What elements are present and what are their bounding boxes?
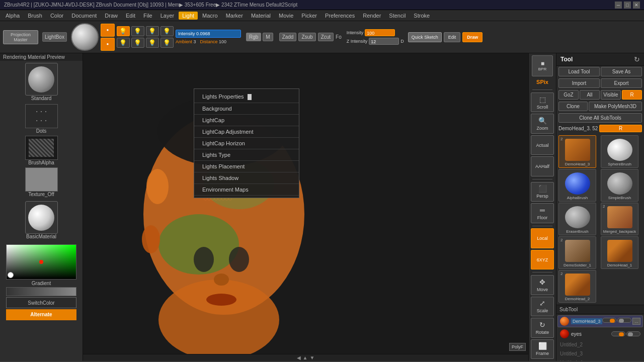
zsub-btn[interactable]: Zsub (298, 33, 315, 41)
r-btn[interactable]: R (622, 90, 642, 100)
menu-macro[interactable]: Macro (199, 12, 221, 20)
zoom-btn[interactable]: 🔍 Zoom (531, 114, 554, 133)
menu-alpha[interactable]: Alpha (2, 12, 23, 20)
switch-color-btn[interactable]: SwitchColor (6, 297, 76, 308)
lightcap-horizon-item[interactable]: LightCap Horizon (194, 138, 299, 149)
xyz-btn[interactable]: 6XYZ (531, 250, 554, 269)
tool-thumb-eraserbrush[interactable]: EraserBrush (558, 203, 596, 235)
tool-thumb-demohead1[interactable]: DemoHead_1 (601, 236, 638, 269)
bottom-arrow-up[interactable]: ▲ (303, 355, 308, 360)
goz-btn[interactable]: GoZ (558, 90, 579, 100)
actual-btn[interactable]: Actual (531, 135, 554, 155)
local-btn[interactable]: Local (531, 228, 554, 248)
light-icon-5[interactable]: 💡 (117, 38, 130, 48)
intensity-bar[interactable]: Intensity 0.0968 (176, 30, 241, 38)
win-minimize[interactable]: ─ (615, 2, 622, 9)
aahalf-btn[interactable]: AAHalf (531, 156, 554, 176)
background-item[interactable]: Background (194, 103, 299, 115)
zcut-btn[interactable]: Zcut (318, 33, 334, 41)
polyf-btn[interactable]: PolyF (509, 343, 526, 351)
lights-placement-item[interactable]: Lights Placement (194, 161, 299, 172)
menu-color[interactable]: Color (47, 12, 67, 20)
subtool-item-untitled4[interactable]: Untitled_4 (557, 358, 643, 361)
load-tool-btn[interactable]: Load Tool (558, 67, 600, 76)
move-btn[interactable]: ✥ Move (531, 275, 554, 295)
export-btn[interactable]: Export (601, 78, 642, 88)
light-icon-4[interactable]: 💡 (160, 26, 174, 36)
tool-thumb-simplebrush[interactable]: SimpleBrush (601, 169, 638, 202)
m-mode-btn[interactable]: M (263, 33, 273, 41)
basic-material-btn[interactable] (25, 201, 58, 234)
menu-draw[interactable]: Draw (101, 12, 121, 20)
z-intensity-value-bar[interactable]: 12 (369, 38, 399, 45)
subtool-item-untitled2[interactable]: Untitled_2 (557, 340, 643, 349)
rotate-btn[interactable]: ↻ Rotate (531, 318, 554, 337)
scroll-btn[interactable]: ⬚ Scroll (531, 93, 554, 112)
menu-document[interactable]: Document (68, 12, 100, 20)
subtool-toggle-1[interactable] (602, 318, 616, 323)
light-icon-6[interactable]: 💡 (131, 38, 144, 48)
menu-edit[interactable]: Edit (122, 12, 139, 20)
lights-type-item[interactable]: Lights Type (194, 149, 299, 161)
light-btn-2[interactable]: ● (101, 38, 115, 51)
color-gradient[interactable] (6, 244, 76, 280)
r-btn2[interactable]: R (599, 125, 642, 132)
tool-thumb-demohead2[interactable]: 2 DemoHead_2 (558, 270, 596, 303)
subtool-toggle-eyes-2[interactable] (626, 331, 640, 336)
lightbox-btn[interactable]: LightBox (42, 32, 67, 42)
subtool-toggle-eyes-1[interactable] (611, 331, 625, 336)
clone-all-btn[interactable]: Clone All SubTools (558, 113, 642, 123)
all-btn[interactable]: All (580, 90, 600, 100)
menu-brush[interactable]: Brush (24, 12, 46, 20)
frame-btn[interactable]: ⬜ Frame (531, 339, 554, 359)
menu-light[interactable]: Light (179, 12, 198, 20)
win-close[interactable]: ✕ (633, 2, 640, 9)
environment-maps-item[interactable]: Environment Maps (194, 184, 299, 196)
standard-material-btn[interactable] (25, 63, 58, 96)
bpr-btn[interactable]: ◼ BPR (532, 55, 553, 76)
rgb-mode-btn[interactable]: Rgb (246, 33, 261, 41)
menu-preferences[interactable]: Preferences (321, 12, 358, 20)
alternate-btn[interactable]: Alternate (6, 309, 76, 320)
tool-thumb-demohead3[interactable]: 2 DemoHead_3 (558, 135, 596, 168)
tool-thumb-spherebrush[interactable]: SphereBrush (601, 135, 638, 168)
lightcap-item[interactable]: LightCap (194, 115, 299, 126)
menu-render[interactable]: Render (359, 12, 384, 20)
panel-refresh-icon[interactable]: ↻ (634, 55, 640, 63)
subtool-item-eyes[interactable]: eyes (557, 328, 643, 340)
make-polymesh-btn[interactable]: Make PolyMesh3D (589, 102, 642, 111)
lights-shadow-item[interactable]: Lights Shadow (194, 172, 299, 184)
menu-marker[interactable]: Marker (222, 12, 247, 20)
subtool-item-untitled3[interactable]: Untitled_3 (557, 349, 643, 358)
menu-movie[interactable]: Movie (275, 12, 297, 20)
light-sphere-preview[interactable] (71, 23, 99, 51)
subtool-small-btn[interactable]: … (632, 318, 640, 325)
light-icon-3[interactable]: 💡 (146, 26, 159, 36)
gradient-bar[interactable] (6, 287, 76, 296)
menu-material[interactable]: Material (248, 12, 274, 20)
win-maximize[interactable]: □ (624, 2, 631, 9)
floor-btn[interactable]: ═ Floor (531, 203, 554, 223)
dots-btn[interactable]: · · ·· · · (25, 104, 58, 128)
lights-properties-item[interactable]: Lights Properties (194, 91, 299, 103)
quick-sketch-btn[interactable]: Quick Sketch (408, 32, 442, 42)
light-icon-1[interactable]: 💡 (117, 26, 130, 36)
intensity-value-bar[interactable]: 100 (365, 29, 395, 36)
subtool-item-demohead3[interactable]: DemoHead_3 … (557, 315, 643, 327)
menu-file[interactable]: File (140, 12, 156, 20)
tool-thumb-demosoldier1[interactable]: 2 DemoSoldier_1 (558, 236, 596, 269)
edit-btn[interactable]: Edit (444, 32, 461, 42)
lightcap-adjustment-item[interactable]: LightCap Adjustment (194, 126, 299, 138)
light-icon-7[interactable]: 💡 (146, 38, 159, 48)
persp-btn[interactable]: ⬛ Persp (531, 182, 554, 202)
menu-picker[interactable]: Picker (298, 12, 320, 20)
projection-master-btn[interactable]: Projection Master (3, 30, 38, 44)
viewport[interactable]: ⬡⬡⬡⬡⬡⬡⬡ ⬡⬡⬡⬡⬡⬡⬡⬡ Lights Properties (83, 53, 528, 361)
menu-stencil[interactable]: Stencil (385, 12, 409, 20)
save-as-btn[interactable]: Save As (601, 67, 642, 76)
light-btn-1[interactable]: ● (101, 24, 115, 37)
menu-stroke[interactable]: Stroke (410, 12, 433, 20)
menu-layer[interactable]: Layer (157, 12, 178, 20)
tool-thumb-merged-backpack[interactable]: 2 Merged_backpack (601, 203, 638, 235)
visible-btn[interactable]: Visible (601, 90, 621, 100)
